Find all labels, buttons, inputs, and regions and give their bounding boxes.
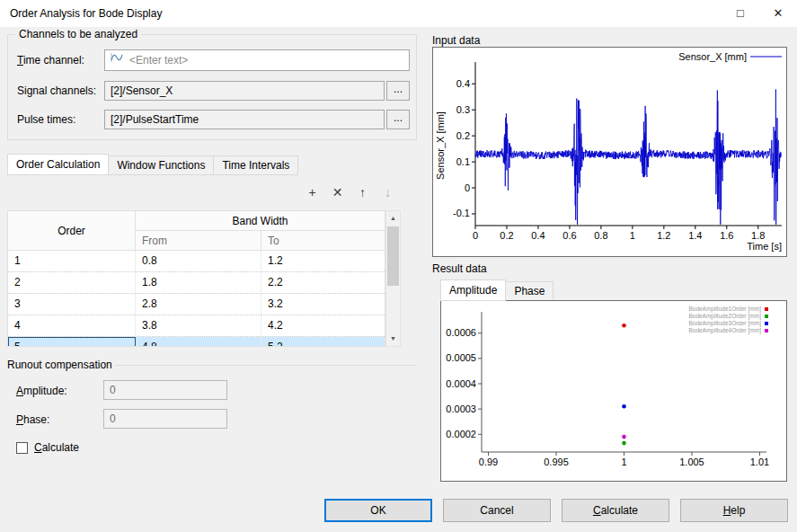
svg-text:1: 1	[630, 230, 635, 241]
calculate-checkbox-label: Calculate	[34, 441, 79, 454]
cell-order[interactable]: 5	[8, 337, 136, 346]
time-channel-input[interactable]: <Enter text>	[104, 49, 410, 71]
input-data-title: Input data	[432, 34, 480, 47]
svg-text:0.1: 0.1	[456, 156, 470, 167]
svg-text:1: 1	[621, 457, 626, 467]
table-row[interactable]: 32.83.2	[8, 294, 385, 315]
pulse-times-browse-button[interactable]: ...	[386, 110, 410, 129]
left-tab-strip: Order Calculation Window Functions Time …	[7, 154, 297, 175]
cancel-button[interactable]: Cancel	[443, 499, 551, 522]
table-toolbar: + ✕ ↑ ↓	[304, 184, 396, 201]
svg-text:0.0006: 0.0006	[446, 327, 476, 338]
svg-text:0.3: 0.3	[456, 104, 470, 115]
move-up-icon[interactable]: ↑	[354, 184, 371, 201]
cell-order[interactable]: 2	[8, 272, 136, 293]
cell-from[interactable]: 2.8	[136, 294, 261, 315]
svg-text:0: 0	[473, 230, 478, 241]
cell-order[interactable]: 3	[8, 294, 136, 315]
table-row[interactable]: 54.85.2	[8, 337, 385, 346]
add-row-icon[interactable]: +	[304, 184, 321, 201]
svg-text:1.8: 1.8	[751, 230, 765, 241]
svg-text:0.2: 0.2	[500, 230, 513, 241]
svg-text:BodeAmplitude4Order [mm]: BodeAmplitude4Order [mm]	[688, 327, 761, 334]
svg-text:0.0003: 0.0003	[446, 403, 476, 414]
cell-order[interactable]: 1	[8, 251, 136, 271]
calculate-checkbox[interactable]: Calculate	[16, 441, 79, 454]
svg-text:Sensor_X [mm]: Sensor_X [mm]	[435, 111, 446, 180]
column-header-band-width: Band Width	[136, 211, 385, 231]
column-header-to: To	[261, 231, 385, 251]
svg-text:-0.1: -0.1	[453, 208, 470, 218]
signal-channels-browse-button[interactable]: ...	[386, 81, 410, 101]
svg-text:0.4: 0.4	[456, 78, 470, 89]
cell-from[interactable]: 1.8	[136, 272, 261, 293]
order-table: Order Band Width From To 10.81.221.82.23…	[7, 210, 385, 347]
svg-text:0.4: 0.4	[531, 230, 545, 241]
svg-text:0: 0	[465, 182, 470, 193]
ok-button[interactable]: OK	[324, 499, 432, 522]
close-button[interactable]: ✕	[759, 0, 797, 27]
scrollbar-thumb[interactable]	[387, 226, 399, 286]
svg-text:BodeAmplitude1Order [mm]: BodeAmplitude1Order [mm]	[688, 306, 761, 313]
cell-to[interactable]: 3.2	[261, 294, 385, 315]
delete-row-icon[interactable]: ✕	[329, 184, 346, 201]
column-header-order: Order	[8, 211, 136, 251]
svg-text:BodeAmplitude2Order [mm]: BodeAmplitude2Order [mm]	[688, 313, 761, 320]
maximize-button[interactable]: □	[722, 0, 759, 27]
maximize-icon: □	[737, 6, 744, 20]
tab-phase[interactable]: Phase	[505, 281, 553, 301]
column-header-from: From	[136, 231, 261, 251]
runout-amplitude-label: Amplitude:	[16, 385, 67, 397]
table-scrollbar[interactable]: ▲ ▼	[385, 210, 401, 347]
result-data-title: Result data	[432, 262, 487, 275]
cell-from[interactable]: 3.8	[136, 315, 261, 336]
tab-window-functions[interactable]: Window Functions	[108, 155, 214, 175]
pulse-times-input[interactable]: [2]/PulseStartTime	[104, 110, 385, 129]
table-row[interactable]: 10.81.2	[8, 251, 385, 272]
svg-text:BodeAmplitude3Order [mm]: BodeAmplitude3Order [mm]	[688, 320, 761, 327]
svg-text:1.005: 1.005	[679, 457, 704, 467]
signal-channels-input[interactable]: [2]/Sensor_X	[104, 81, 385, 101]
time-channel-label: Time channel:	[17, 54, 84, 66]
svg-text:1.4: 1.4	[688, 230, 702, 241]
cell-to[interactable]: 5.2	[261, 337, 385, 346]
svg-text:0.995: 0.995	[544, 457, 569, 467]
cell-from[interactable]: 4.8	[136, 337, 261, 346]
runout-phase-input[interactable]: 0	[103, 409, 227, 429]
move-down-icon[interactable]: ↓	[379, 184, 396, 201]
time-channel-placeholder: <Enter text>	[129, 50, 188, 70]
tab-amplitude[interactable]: Amplitude	[440, 279, 506, 301]
waveform-icon	[111, 50, 123, 70]
order-table-header: Order Band Width From To	[8, 211, 385, 251]
table-row[interactable]: 21.82.2	[8, 272, 385, 294]
help-button[interactable]: Help	[680, 499, 788, 522]
window-title: Order Analysis for Bode Display	[10, 0, 162, 27]
tab-time-intervals[interactable]: Time Intervals	[213, 155, 298, 175]
cell-to[interactable]: 2.2	[261, 272, 385, 293]
calculate-button[interactable]: Calculate	[562, 499, 669, 522]
runout-section-title: Runout compensation	[7, 359, 112, 371]
svg-text:1.01: 1.01	[750, 457, 769, 467]
cell-from[interactable]: 0.8	[136, 251, 261, 271]
cell-to[interactable]: 4.2	[261, 315, 385, 336]
svg-text:0.99: 0.99	[479, 457, 498, 467]
svg-text:1.2: 1.2	[657, 230, 670, 241]
tab-order-calculation[interactable]: Order Calculation	[7, 154, 109, 175]
svg-text:Time [s]: Time [s]	[747, 241, 782, 252]
result-tab-strip: Amplitude Phase	[440, 279, 553, 301]
close-icon: ✕	[774, 6, 784, 20]
table-row[interactable]: 43.84.2	[8, 315, 385, 337]
svg-text:1.6: 1.6	[720, 230, 733, 241]
scrollbar-up-icon[interactable]: ▲	[386, 211, 400, 226]
runout-amplitude-input[interactable]: 0	[103, 380, 227, 400]
runout-phase-label: Phase:	[16, 413, 49, 426]
checkbox-box-icon	[16, 442, 28, 454]
cell-order[interactable]: 4	[8, 315, 136, 336]
scrollbar-down-icon[interactable]: ▼	[386, 332, 400, 346]
runout-section-divider	[115, 365, 417, 366]
svg-text:0.0005: 0.0005	[446, 352, 476, 363]
signal-channels-label: Signal channels:	[17, 84, 96, 97]
cell-to[interactable]: 1.2	[261, 251, 385, 271]
title-bar: Order Analysis for Bode Display □ ✕	[0, 0, 797, 27]
channels-groupbox: Channels to be analyzed Time channel: <E…	[7, 34, 417, 140]
